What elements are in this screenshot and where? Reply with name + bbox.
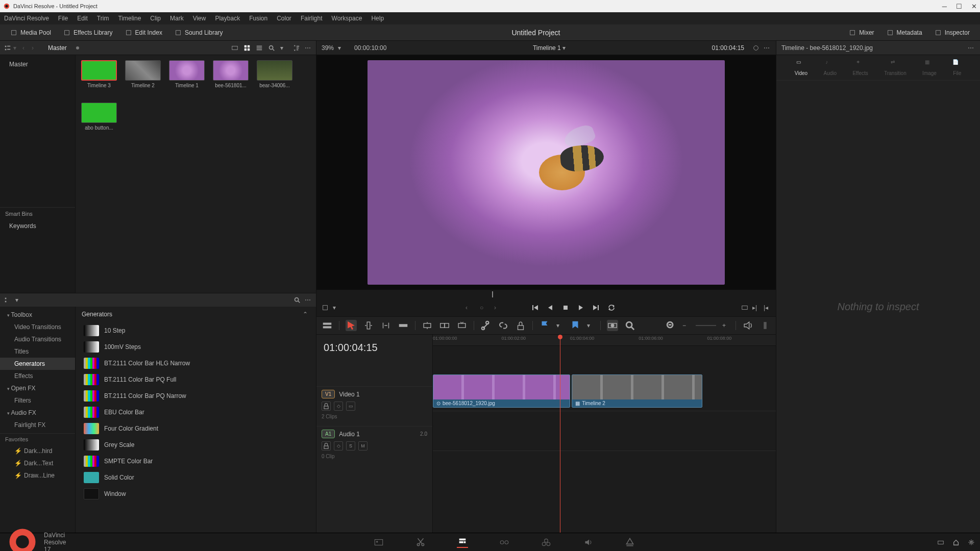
blade-edit-tool[interactable] (480, 320, 492, 331)
prev-clip-icon[interactable]: |◂ (764, 304, 771, 311)
inspector-tab-effects[interactable]: ✦Effects (852, 59, 868, 76)
media-clip[interactable]: Timeline 1 (168, 60, 205, 88)
inspector-tab-file[interactable]: 📄File (952, 59, 962, 76)
generator-item[interactable]: BT.2111 Color Bar PQ Full (79, 372, 313, 387)
match-frame-icon[interactable] (741, 304, 748, 311)
fx-cat-fairlight-fx[interactable]: Fairlight FX (0, 419, 75, 431)
menu-view[interactable]: View (193, 15, 206, 22)
ws-tab-mixer[interactable]: Mixer (844, 27, 879, 38)
meters-icon[interactable] (760, 320, 771, 331)
menu-edit[interactable]: Edit (77, 15, 88, 22)
zoom-minus[interactable]: − (682, 322, 690, 329)
menu-file[interactable]: File (58, 15, 68, 22)
collapse-icon[interactable]: ⌃ (303, 311, 310, 318)
ws-tab-sound-library[interactable]: Sound Library (169, 27, 228, 38)
generator-item[interactable]: Solid Color (79, 470, 313, 485)
viewer-scrubber[interactable] (322, 290, 771, 299)
thumb-view-icon[interactable] (243, 44, 251, 52)
marker-dropdown-icon[interactable]: ▾ (587, 322, 594, 329)
fx-cat-audio-transitions[interactable]: Audio Transitions (0, 333, 75, 345)
menu-clip[interactable]: Clip (150, 15, 161, 22)
close-button[interactable]: ✕ (971, 3, 977, 10)
favorite-item[interactable]: ⚡Dark...Text (0, 457, 75, 469)
page-fairlight[interactable] (582, 537, 594, 548)
inspector-tab-image[interactable]: ▦Image (922, 59, 937, 76)
next-clip-icon[interactable]: ▸| (752, 304, 760, 311)
fx-cat-video-transitions[interactable]: Video Transitions (0, 321, 75, 333)
video-track-badge[interactable]: V1 (322, 390, 335, 398)
timeline-timecode[interactable]: 01:00:04:15 (316, 335, 432, 361)
flag-tool[interactable] (539, 320, 550, 331)
favorite-item[interactable]: ⚡Dark...hird (0, 445, 75, 457)
sort-icon[interactable] (292, 44, 300, 52)
generator-item[interactable]: EBU Color Bar (79, 405, 313, 420)
lock-tool[interactable] (515, 320, 526, 331)
inspector-more-icon[interactable]: ⋯ (968, 44, 975, 52)
next-edit-icon[interactable]: › (494, 304, 501, 311)
trim-tool[interactable] (363, 320, 374, 331)
page-edit[interactable] (457, 537, 468, 548)
timeline-clip[interactable]: ⊙bee-5618012_1920.jpg (433, 374, 570, 408)
prev-edit-icon[interactable]: ‹ (465, 304, 473, 311)
audio-track-badge[interactable]: A1 (322, 430, 335, 438)
media-clip[interactable]: bear-34006... (256, 60, 293, 88)
ws-tab-inspector[interactable]: Inspector (929, 27, 975, 38)
generator-item[interactable]: 100mV Steps (79, 339, 313, 355)
play-button[interactable] (577, 304, 585, 312)
menu-help[interactable]: Help (371, 15, 384, 22)
list-view-icon[interactable] (256, 44, 263, 52)
keyboard-icon[interactable] (937, 539, 944, 546)
overwrite-tool[interactable] (439, 320, 450, 331)
flag-dropdown-icon[interactable]: ▾ (556, 322, 564, 329)
media-clip[interactable]: abo button... (81, 103, 117, 131)
timeline-ruler[interactable]: 01:00:00:0001:00:02:0001:00:04:0001:00:0… (433, 335, 776, 346)
zoom-dropdown-icon[interactable]: ▾ (338, 44, 345, 52)
menu-fusion[interactable]: Fusion (249, 15, 267, 22)
fx-cat-open-fx[interactable]: Open FX (0, 382, 75, 394)
fx-cat-toolbox[interactable]: Toolbox (0, 309, 75, 321)
menu-workspace[interactable]: Workspace (332, 15, 362, 22)
transform-icon[interactable] (322, 304, 329, 311)
track-auto-icon[interactable]: ◇ (334, 402, 343, 411)
fx-cat-titles[interactable]: Titles (0, 345, 75, 358)
stop-button[interactable] (561, 304, 570, 312)
menu-color[interactable]: Color (277, 15, 291, 22)
generator-item[interactable]: SMPTE Color Bar (79, 454, 313, 469)
menu-timeline[interactable]: Timeline (118, 15, 141, 22)
page-fusion[interactable] (499, 537, 510, 548)
fx-cat-effects[interactable]: Effects (0, 370, 75, 382)
fx-more-icon[interactable]: ⋯ (305, 296, 312, 304)
viewer-canvas[interactable] (316, 55, 776, 290)
expand-icon[interactable]: ▾ (13, 44, 20, 52)
media-clip[interactable]: bee-561801... (212, 60, 249, 88)
dynamic-trim-tool[interactable] (380, 320, 391, 331)
nav-back-icon[interactable]: ‹ (22, 44, 30, 52)
page-cut[interactable] (415, 537, 426, 548)
last-frame-button[interactable] (592, 304, 600, 312)
more-icon[interactable]: ⋯ (305, 44, 312, 52)
capture-icon[interactable] (231, 44, 238, 52)
menu-mark[interactable]: Mark (170, 15, 184, 22)
linked-move-icon[interactable] (624, 320, 635, 331)
ws-tab-media-pool[interactable]: Media Pool (5, 27, 56, 38)
fx-cat-filters[interactable]: Filters (0, 394, 75, 407)
loop-button[interactable] (607, 304, 616, 312)
audio-lock-icon[interactable] (322, 441, 331, 450)
menu-trim[interactable]: Trim (97, 15, 109, 22)
search-icon[interactable] (268, 44, 275, 52)
video-track-header[interactable]: V1 Video 1 ◇ ▭ 2 Clips (316, 386, 432, 426)
viewer-more-icon[interactable]: ⋯ (764, 44, 771, 52)
bin-master[interactable]: Master (0, 58, 75, 70)
inspector-tab-transition[interactable]: ⇄Transition (884, 59, 906, 76)
mute-button[interactable]: M (358, 441, 368, 450)
page-color[interactable] (541, 537, 552, 548)
nav-fwd-icon[interactable]: › (32, 44, 39, 52)
fx-search-icon[interactable] (293, 296, 301, 304)
timeline-view-icon[interactable] (322, 320, 333, 331)
menu-playback[interactable]: Playback (215, 15, 240, 22)
fx-expand-icon[interactable]: ▾ (15, 296, 22, 304)
viewer-title-dropdown-icon[interactable]: ▾ (562, 44, 566, 52)
generator-item[interactable]: Grey Scale (79, 437, 313, 453)
generator-item[interactable]: 10 Step (79, 323, 313, 338)
audio-track-lane[interactable] (433, 411, 776, 451)
